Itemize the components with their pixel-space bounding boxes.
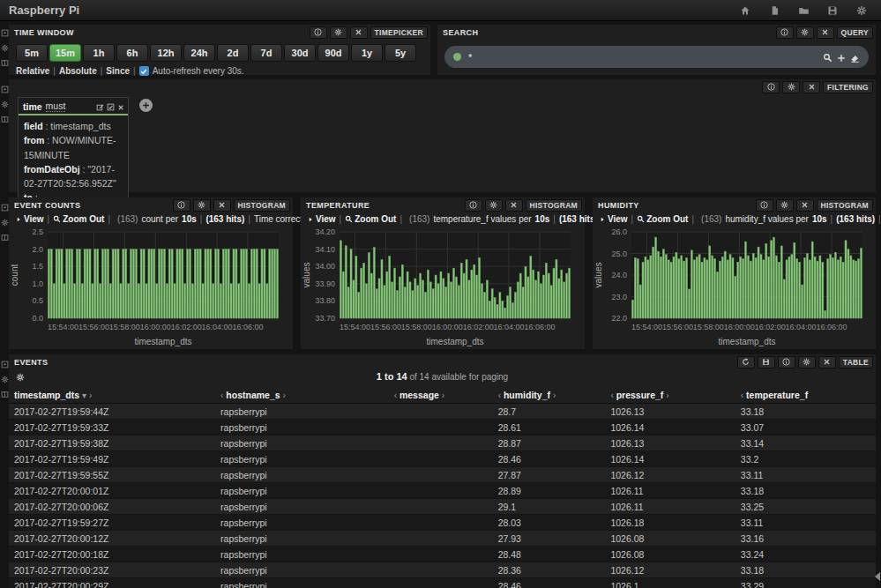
series-interval[interactable]: 10s — [812, 214, 827, 224]
info-icon[interactable] — [465, 199, 482, 212]
time-range-30d[interactable]: 30d — [284, 44, 316, 62]
mode-absolute[interactable]: Absolute — [59, 66, 97, 76]
add-query-icon[interactable] — [837, 51, 846, 62]
column-header-humidity_f[interactable]: ‹ humidity_f › — [486, 387, 599, 404]
time-range-15m[interactable]: 15m — [49, 44, 81, 62]
event-row[interactable]: 2017-02-27T19:59:38Zrapsberrypi28.871026… — [9, 435, 876, 451]
time-range-5y[interactable]: 5y — [385, 44, 416, 62]
info-icon[interactable] — [756, 199, 773, 212]
zoom-out-button[interactable]: Zoom Out — [345, 214, 396, 224]
column-header-timestamp_dts[interactable]: timestamp_dts ▾ › — [9, 387, 208, 404]
close-icon[interactable] — [505, 199, 523, 212]
query-input[interactable] — [468, 52, 823, 63]
column-header-temperature_f[interactable]: ‹ temperature_f — [728, 387, 876, 404]
close-icon[interactable] — [803, 81, 820, 93]
load-dashboard-icon[interactable] — [796, 4, 810, 18]
event-row[interactable]: 2017-02-27T19:59:33Zrapsberrypi28.611026… — [9, 420, 876, 435]
collapse-row-icon[interactable] — [1, 358, 9, 368]
toggle-filter-icon[interactable] — [107, 101, 115, 112]
event-row[interactable]: 2017-02-27T19:59:44Zrapsberrypi28.71026.… — [9, 404, 876, 420]
mode-relative[interactable]: Relative — [16, 66, 49, 76]
search-icon[interactable] — [823, 51, 832, 63]
add-filter-icon[interactable] — [139, 99, 153, 112]
info-icon[interactable] — [776, 26, 794, 39]
configure-icon[interactable] — [193, 199, 211, 212]
filter-mode[interactable]: must — [46, 100, 66, 112]
info-icon[interactable] — [173, 199, 190, 212]
time-range-7d[interactable]: 7d — [250, 44, 282, 62]
event-counts-chart[interactable]: 0.00.51.01.52.02.515:54:0015:56:0015:58:… — [9, 227, 286, 348]
time-range-90d[interactable]: 90d — [317, 44, 349, 62]
info-icon[interactable] — [310, 26, 327, 39]
close-icon[interactable] — [213, 199, 231, 212]
add-panel-icon[interactable] — [1, 231, 9, 242]
event-row[interactable]: 2017-02-27T20:00:18Zrapsberrypi28.481026… — [9, 547, 876, 562]
dashboard-title: Raspberry Pi — [0, 4, 79, 17]
time-range-1h[interactable]: 1h — [83, 44, 115, 62]
configure-icon[interactable] — [776, 199, 794, 212]
row-gear-icon[interactable] — [1, 41, 9, 52]
collapse-row-icon[interactable] — [1, 26, 9, 37]
configure-icon[interactable] — [330, 26, 347, 39]
configure-icon[interactable] — [485, 199, 503, 212]
edit-filter-icon[interactable] — [96, 101, 104, 112]
view-button[interactable]: View — [307, 214, 336, 224]
new-dashboard-icon[interactable] — [767, 4, 781, 18]
close-icon[interactable] — [350, 26, 368, 39]
event-row[interactable]: 2017-02-27T20:00:12Zrapsberrypi27.931026… — [9, 531, 876, 547]
configure-icon[interactable] — [796, 26, 814, 39]
export-icon[interactable] — [758, 356, 775, 368]
save-dashboard-icon[interactable] — [825, 4, 840, 18]
close-icon[interactable] — [817, 26, 834, 39]
time-range-6h[interactable]: 6h — [116, 44, 148, 62]
row-gear-icon[interactable] — [1, 373, 9, 383]
mode-since[interactable]: Since — [106, 66, 130, 76]
clear-query-icon[interactable] — [850, 51, 860, 63]
info-icon[interactable] — [778, 356, 795, 368]
info-icon[interactable] — [762, 81, 780, 93]
query-color-dot[interactable] — [453, 53, 461, 61]
time-range-1y[interactable]: 1y — [351, 44, 383, 62]
humidity-chart[interactable]: 22.023.024.025.026.015:54:0015:56:0015:5… — [593, 227, 870, 348]
home-icon[interactable] — [738, 4, 752, 18]
event-row[interactable]: 2017-02-27T20:00:01Zrapsberrypi28.891026… — [9, 483, 876, 499]
collapse-row-icon[interactable] — [1, 201, 9, 212]
column-header-pressure_f[interactable]: ‹ pressure_f › — [598, 387, 728, 404]
event-row[interactable]: 2017-02-27T19:59:49Zrapsberrypi28.461026… — [9, 451, 876, 467]
time-range-24h[interactable]: 24h — [183, 44, 215, 62]
series-interval[interactable]: 10s — [182, 214, 197, 224]
add-panel-icon[interactable] — [1, 388, 9, 398]
time-range-2d[interactable]: 2d — [217, 44, 249, 62]
event-row[interactable]: 2017-02-27T20:00:06Zrapsberrypi29.11026.… — [9, 499, 876, 515]
row-gear-icon[interactable] — [1, 98, 9, 108]
zoom-out-button[interactable]: Zoom Out — [53, 214, 104, 224]
zoom-out-button[interactable]: Zoom Out — [637, 214, 688, 224]
scroll-left-nub-icon[interactable] — [875, 572, 880, 581]
event-row[interactable]: 2017-02-27T20:00:23Zrapsberrypi28.361026… — [9, 562, 876, 578]
event-cell — [382, 420, 486, 435]
view-button[interactable]: View — [15, 214, 44, 224]
column-header-message[interactable]: ‹ message › — [382, 387, 486, 404]
remove-filter-icon[interactable] — [117, 101, 124, 112]
series-interval[interactable]: 10s — [535, 214, 550, 224]
close-icon[interactable] — [818, 356, 836, 368]
add-panel-icon[interactable] — [1, 56, 9, 67]
configure-icon[interactable] — [782, 81, 800, 93]
close-icon[interactable] — [796, 199, 814, 212]
temperature-chart[interactable]: 33.7033.8033.9034.0034.1034.2015:54:0015… — [301, 227, 578, 348]
refresh-icon[interactable] — [737, 356, 755, 368]
view-button[interactable]: View — [599, 214, 628, 224]
time-range-5m[interactable]: 5m — [16, 44, 48, 62]
event-row[interactable]: 2017-02-27T19:59:27Zrapsberrypi28.031026… — [9, 515, 876, 531]
row-gear-icon[interactable] — [1, 216, 9, 227]
time-range-12h[interactable]: 12h — [150, 44, 182, 62]
column-header-hostname_s[interactable]: ‹ hostname_s › — [208, 387, 382, 404]
collapse-row-icon[interactable] — [1, 83, 9, 93]
add-panel-icon[interactable] — [1, 113, 9, 123]
event-row[interactable]: 2017-02-27T20:00:29Zrapsberrypi28.461026… — [9, 578, 876, 588]
event-cell: 27.93 — [486, 531, 599, 547]
configure-icon[interactable] — [798, 356, 816, 368]
event-row[interactable]: 2017-02-27T19:59:55Zrapsberrypi27.871026… — [9, 467, 876, 483]
dashboard-settings-icon[interactable] — [855, 4, 869, 18]
auto-refresh-checkbox[interactable] — [139, 66, 149, 76]
